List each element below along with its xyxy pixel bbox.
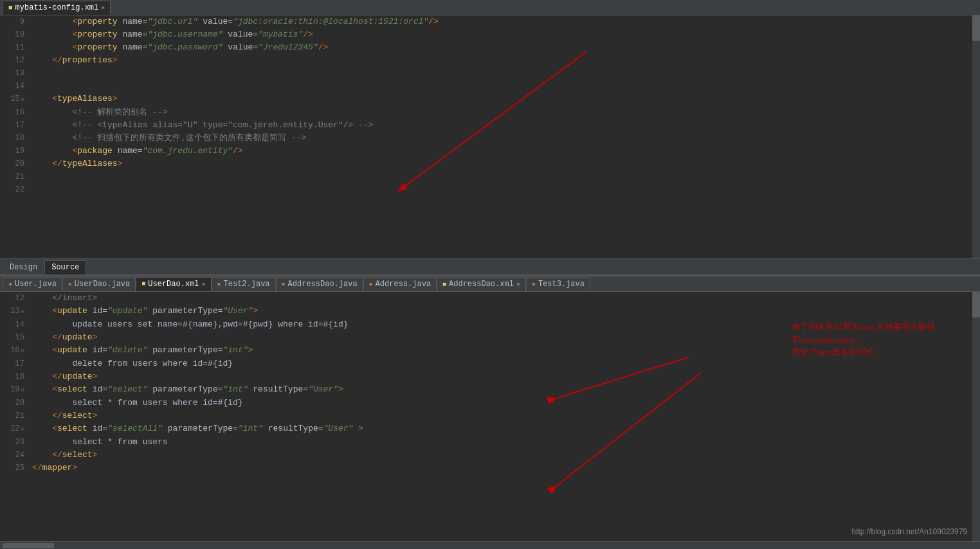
table-row: 17 <!-- <typeAlias alias="U" type="com.j… <box>0 119 980 132</box>
line-number: 12 <box>0 292 32 305</box>
line-number: 15 <box>0 331 32 344</box>
file-tab-label: Test2.java <box>224 280 270 289</box>
line-number: 17 <box>0 357 32 370</box>
code-content: <select id="select" parameterType="int" … <box>32 383 980 396</box>
file-tab-bar: ●User.java●UserDao.java■UserDao.xml✕●Tes… <box>0 276 980 292</box>
bottom-h-scrollbar[interactable] <box>0 541 980 549</box>
table-row: 15 <typeAliases> <box>0 93 980 106</box>
code-content: </properties> <box>32 54 980 67</box>
code-content: </select> <box>32 410 980 422</box>
file-tab-label: User.java <box>15 280 57 289</box>
annotation-text: 有了别名可以写为User,不然要写全路径 即com.jredu.entity。 … <box>792 321 935 359</box>
line-number: 21 <box>0 410 32 422</box>
code-content: delete from users where id=#{id} <box>32 357 980 370</box>
file-tab-label: UserDao.java <box>75 280 130 289</box>
file-tab-UserDao_java[interactable]: ●UserDao.java <box>62 277 136 291</box>
table-row: 21 </select> <box>0 410 980 422</box>
table-row: 16 <!-- 解析类的别名 --> <box>0 106 980 119</box>
file-tab-Address_java[interactable]: ●Address.java <box>363 277 437 291</box>
code-content: <!-- <typeAlias alias="U" type="com.jere… <box>32 119 980 132</box>
file-type-icon: ● <box>282 281 286 288</box>
table-row: 18 <!-- 扫描包下的所有类文件,这个包下的所有类都是简写 --> <box>0 132 980 145</box>
close-icon[interactable]: ✕ <box>101 4 105 12</box>
file-tab-label: Test3.java <box>538 280 585 289</box>
line-number: 19 <box>0 145 32 158</box>
table-row: 12 </properties> <box>0 54 980 67</box>
file-tab-User_java[interactable]: ●User.java <box>3 277 62 291</box>
code-content: <property name="jdbc.password" value="Jr… <box>32 41 980 54</box>
code-content: <typeAliases> <box>32 93 980 105</box>
xml-file-icon: ■ <box>8 4 13 12</box>
table-row: 24 </select> <box>0 449 980 462</box>
code-content: <select id="selectAll" parameterType="in… <box>32 422 980 435</box>
line-number: 14 <box>0 80 32 93</box>
bottom-scroll-thumb[interactable] <box>972 292 980 318</box>
h-scroll-thumb[interactable] <box>3 543 54 548</box>
top-scroll-thumb[interactable] <box>972 15 980 41</box>
line-number: 18 <box>0 370 32 383</box>
line-number: 19 <box>0 383 32 397</box>
file-type-icon: ■ <box>442 281 446 288</box>
design-tab-label: Design <box>10 263 37 272</box>
table-row: 10 <property name="jdbc.username" value=… <box>0 28 980 41</box>
file-type-icon: ● <box>68 281 72 288</box>
file-tab-label: AddressDao.java <box>288 280 358 289</box>
bottom-code-lines: 12 </insert>13 <update id="update" param… <box>0 292 980 474</box>
line-number: 10 <box>0 28 32 41</box>
file-tab-label: UserDao.xml <box>148 280 199 289</box>
line-number: 25 <box>0 462 32 474</box>
file-tab-Test2_java[interactable]: ●Test2.java <box>212 277 276 291</box>
table-row: 21 <box>0 170 980 183</box>
code-content: <update id="update" parameterType="User"… <box>32 305 980 318</box>
table-row: 14 <box>0 80 980 93</box>
file-tab-AddressDao_xml[interactable]: ■AddressDao.xml✕ <box>437 277 526 291</box>
code-content: </insert> <box>32 292 980 305</box>
line-number: 9 <box>0 15 32 28</box>
close-icon[interactable]: ✕ <box>202 280 206 288</box>
code-content: </select> <box>32 449 980 462</box>
file-tab-AddressDao_java[interactable]: ●AddressDao.java <box>276 277 363 291</box>
mybatis-config-tab[interactable]: ■ mybatis-config.xml ✕ <box>3 1 111 15</box>
line-number: 14 <box>0 318 32 331</box>
bottom-editor-panel: ●User.java●UserDao.java■UserDao.xml✕●Tes… <box>0 276 980 549</box>
top-code-area: 9 <property name="jdbc.url" value="jdbc:… <box>0 15 980 258</box>
line-number: 17 <box>0 119 32 132</box>
table-row: 25</mapper> <box>0 462 980 474</box>
table-row: 13 <update id="update" parameterType="Us… <box>0 305 980 318</box>
table-row: 17 delete from users where id=#{id} <box>0 357 980 370</box>
line-number: 11 <box>0 41 32 54</box>
code-content: <property name="jdbc.username" value="my… <box>32 28 980 41</box>
line-number: 23 <box>0 436 32 449</box>
line-number: 13 <box>0 67 32 80</box>
table-row: 23 select * from users <box>0 436 980 449</box>
line-number: 16 <box>0 344 32 357</box>
bottom-code-area: 12 </insert>13 <update id="update" param… <box>0 292 980 541</box>
table-row: 18 </update> <box>0 370 980 383</box>
file-tab-Test3_java[interactable]: ●Test3.java <box>526 277 590 291</box>
file-tab-UserDao_xml[interactable]: ■UserDao.xml✕ <box>136 277 211 291</box>
table-row: 22 <box>0 183 980 196</box>
line-number: 22 <box>0 422 32 436</box>
code-content: </typeAliases> <box>32 158 980 170</box>
code-content: </mapper> <box>32 462 980 474</box>
line-number: 24 <box>0 449 32 462</box>
source-tab[interactable]: Source <box>44 260 86 274</box>
close-icon[interactable]: ✕ <box>516 280 520 288</box>
anno-line-2: 即com.jredu.entity。 <box>792 335 864 345</box>
code-content: select * from users where id=#{id} <box>32 397 980 410</box>
file-type-icon: ● <box>8 281 12 288</box>
code-content: </update> <box>32 370 980 383</box>
top-v-scrollbar[interactable] <box>972 15 980 258</box>
file-tab-label: AddressDao.xml <box>449 280 514 289</box>
bottom-tab-bar: Design Source <box>0 258 980 275</box>
design-tab[interactable]: Design <box>3 260 44 274</box>
file-type-icon: ● <box>217 281 221 288</box>
bottom-v-scrollbar[interactable] <box>972 292 980 541</box>
top-code-lines: 9 <property name="jdbc.url" value="jdbc:… <box>0 15 980 196</box>
line-number: 15 <box>0 93 32 106</box>
anno-line-3: 简化了Java类名的冗长。 <box>792 347 882 357</box>
table-row: 11 <property name="jdbc.password" value=… <box>0 41 980 54</box>
line-number: 20 <box>0 397 32 410</box>
code-content: <package name="com.jredu.entity"/> <box>32 145 980 158</box>
table-row: 13 <box>0 67 980 80</box>
